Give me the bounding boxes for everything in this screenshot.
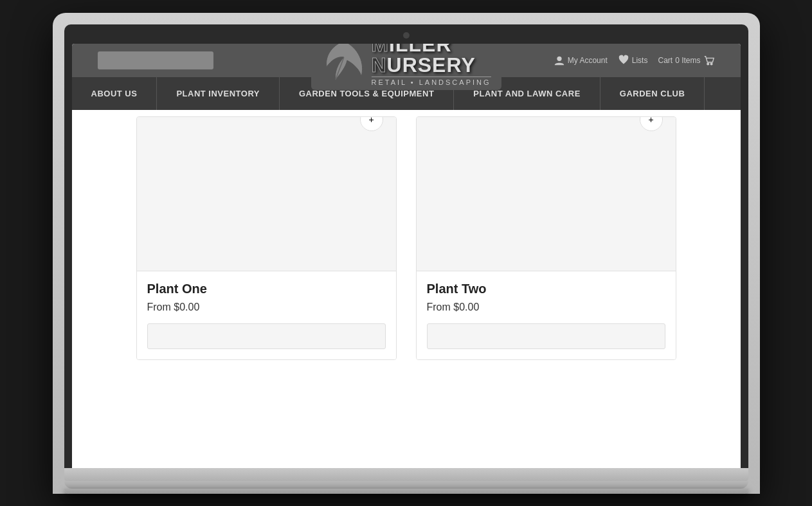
product-name: Plant Two bbox=[427, 282, 665, 296]
product-wishlist-button[interactable]: + bbox=[640, 116, 663, 131]
product-card: + Plant Two From $0.00 bbox=[416, 116, 676, 360]
cart-label: Cart bbox=[658, 56, 672, 65]
svg-point-2 bbox=[710, 63, 712, 65]
user-icon bbox=[554, 55, 565, 66]
logo-container: MILLERNURSERY RETAIL • LANDSCAPING bbox=[311, 44, 501, 91]
header-actions: My Account Lists Cart 0 Items bbox=[554, 55, 715, 66]
laptop-bottom bbox=[64, 481, 748, 489]
search-input[interactable] bbox=[98, 51, 213, 69]
my-account-label: My Account bbox=[568, 56, 608, 65]
product-info: Plant One From $0.00 bbox=[137, 271, 396, 359]
logo-title: MILLERNURSERY bbox=[371, 44, 491, 76]
logo-leaf-icon bbox=[321, 44, 366, 83]
heart-icon bbox=[618, 55, 629, 66]
product-image: + bbox=[137, 117, 396, 271]
lists-button[interactable]: Lists bbox=[618, 55, 648, 66]
products-grid: + Plant One From $0.00 + bbox=[136, 110, 676, 360]
cart-icon bbox=[703, 55, 715, 66]
nav-plant-inventory[interactable]: PLANT INVENTORY bbox=[157, 77, 280, 110]
laptop-foot bbox=[64, 489, 748, 494]
lists-label: Lists bbox=[632, 56, 648, 65]
product-info: Plant Two From $0.00 bbox=[417, 271, 676, 359]
product-image: + bbox=[417, 117, 676, 271]
product-add-to-cart[interactable] bbox=[427, 323, 665, 349]
my-account-button[interactable]: My Account bbox=[554, 55, 608, 66]
product-card: + Plant One From $0.00 bbox=[136, 116, 397, 360]
logo-area: MILLERNURSERY RETAIL • LANDSCAPING bbox=[311, 44, 501, 91]
product-name: Plant One bbox=[147, 282, 386, 296]
product-add-to-cart[interactable] bbox=[147, 323, 386, 349]
laptop-frame: MILLERNURSERY RETAIL • LANDSCAPING My Ac… bbox=[53, 13, 760, 494]
product-price: From $0.00 bbox=[427, 302, 665, 313]
product-price: From $0.00 bbox=[147, 302, 386, 313]
laptop-base bbox=[64, 468, 748, 481]
screen-bezel: MILLERNURSERY RETAIL • LANDSCAPING My Ac… bbox=[64, 24, 748, 468]
svg-point-1 bbox=[707, 63, 708, 65]
logo-text: MILLERNURSERY RETAIL • LANDSCAPING bbox=[371, 44, 491, 87]
cart-count: 0 Items bbox=[675, 56, 700, 65]
nav-garden-club[interactable]: GARDEN CLUB bbox=[600, 77, 705, 110]
product-wishlist-button[interactable]: + bbox=[360, 116, 383, 131]
browser-window: MILLERNURSERY RETAIL • LANDSCAPING My Ac… bbox=[72, 44, 741, 468]
site-header: MILLERNURSERY RETAIL • LANDSCAPING My Ac… bbox=[72, 44, 741, 77]
camera bbox=[403, 32, 410, 39]
cart-button[interactable]: Cart 0 Items bbox=[658, 55, 714, 66]
main-content: + Plant One From $0.00 + bbox=[72, 110, 741, 386]
nav-about-us[interactable]: ABOUT US bbox=[72, 77, 158, 110]
logo-subtitle: RETAIL • LANDSCAPING bbox=[371, 77, 491, 86]
svg-point-0 bbox=[557, 56, 561, 60]
